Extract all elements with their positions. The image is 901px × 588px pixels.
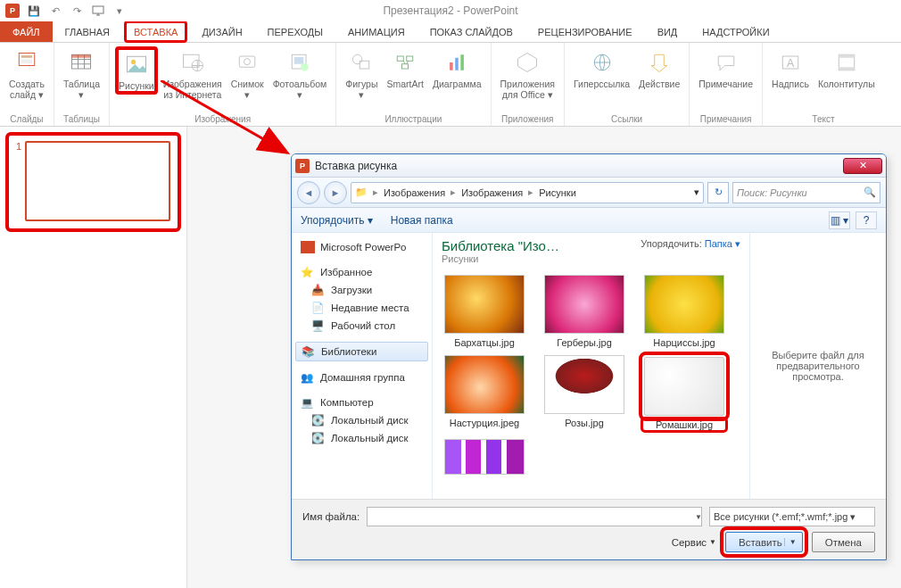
hyperlink-label: Гиперссылка <box>574 79 630 89</box>
comment-button[interactable]: Примечание <box>695 46 756 91</box>
screenshot-label: Снимок ▾ <box>231 79 264 100</box>
tree-desktop[interactable]: 🖥️ Рабочий стол <box>295 317 428 335</box>
file-thumbnail[interactable]: Розы.jpg <box>541 355 627 432</box>
tab-design[interactable]: ДИЗАЙН <box>189 21 254 42</box>
tree-libraries[interactable]: 📚 Библиотеки <box>295 342 428 361</box>
tab-file[interactable]: ФАЙЛ <box>0 21 53 42</box>
qat-customize-icon[interactable]: ▾ <box>111 2 128 20</box>
table-button[interactable]: Таблица ▾ <box>60 46 103 102</box>
thumbnail-caption: Бархатцы.jpg <box>442 337 527 348</box>
apps-button[interactable]: Приложения для Office ▾ <box>497 46 558 102</box>
tab-review[interactable]: РЕЦЕНЗИРОВАНИЕ <box>525 21 645 42</box>
dialog-body: Microsoft PowerPo ⭐ Избранное 📥 Загрузки… <box>292 233 886 499</box>
tree-ms-powerpoint[interactable]: Microsoft PowerPo <box>295 238 428 256</box>
tree-favorites[interactable]: ⭐ Избранное <box>295 263 428 281</box>
tools-button[interactable]: Сервис ▼ <box>672 537 716 548</box>
chevron-down-icon[interactable]: ▾ <box>694 186 699 198</box>
tree-label: Microsoft PowerPo <box>320 242 407 253</box>
online-pictures-button[interactable]: Изображения из Интернета <box>160 46 226 102</box>
cancel-label: Отмена <box>825 537 862 548</box>
preview-pane: Выберите файл для предварительного просм… <box>750 233 886 499</box>
tree-homegroup[interactable]: 👥 Домашняя группа <box>295 369 428 386</box>
slideshow-button[interactable] <box>89 2 107 20</box>
tree-downloads[interactable]: 📥 Загрузки <box>295 281 428 299</box>
filetype-filter[interactable]: Все рисунки (*.emf;*.wmf;*.jpg ▾ <box>709 507 875 526</box>
file-thumbnail[interactable]: Герберы.jpg <box>541 275 627 348</box>
svg-rect-2 <box>21 55 32 58</box>
dialog-footer: Имя файла: ▼ Все рисунки (*.emf;*.wmf;*.… <box>292 499 886 559</box>
apps-label: Приложения для Office ▾ <box>500 79 555 100</box>
arrange-value[interactable]: Папка ▾ <box>705 238 740 249</box>
shapes-button[interactable]: Фигуры ▾ <box>342 46 381 102</box>
tab-animations[interactable]: АНИМАЦИЯ <box>335 21 417 42</box>
pictures-button[interactable]: Рисунки <box>115 46 158 95</box>
tree-computer[interactable]: 💻 Компьютер <box>295 393 428 411</box>
close-button[interactable]: ✕ <box>843 158 882 174</box>
homegroup-icon: 👥 <box>301 371 315 384</box>
svg-rect-21 <box>455 58 459 70</box>
refresh-button[interactable]: ↻ <box>707 182 729 203</box>
arrange-control[interactable]: Упорядочить: Папка ▾ <box>641 238 740 250</box>
tree-disk-c[interactable]: 💽 Локальный диск <box>295 411 428 429</box>
organize-button[interactable]: Упорядочить ▾ <box>301 214 373 227</box>
undo-button[interactable]: ↶ <box>46 2 64 20</box>
album-button[interactable]: Фотоальбом ▾ <box>269 46 331 102</box>
library-title: Библиотека "Изо… <box>442 238 559 253</box>
file-thumbnail[interactable] <box>442 439 527 475</box>
search-input[interactable]: Поиск: Рисунки 🔍 <box>732 182 880 203</box>
quick-access-toolbar: 💾 ↶ ↷ ▾ <box>25 2 128 20</box>
screenshot-button[interactable]: Снимок ▾ <box>227 46 268 102</box>
tree-disk-d[interactable]: 💽 Локальный диск <box>295 429 428 447</box>
tree-recent[interactable]: 📄 Недавние места <box>295 299 428 317</box>
tab-transitions[interactable]: ПЕРЕХОДЫ <box>255 21 335 42</box>
insert-button[interactable]: Вставить <box>725 532 803 552</box>
group-comments-label: Примечания <box>695 112 756 124</box>
headerfooter-button[interactable]: Колонтитулы <box>814 46 879 91</box>
comment-icon <box>712 48 740 77</box>
breadcrumb-3[interactable]: Рисунки <box>539 187 576 198</box>
shapes-icon <box>347 48 376 77</box>
tab-slideshow[interactable]: ПОКАЗ СЛАЙДОВ <box>417 21 525 42</box>
svg-rect-22 <box>461 54 465 70</box>
pictures-label: Рисунки <box>119 80 154 91</box>
file-thumbnail[interactable]: Настурция.jpeg <box>442 355 527 432</box>
help-button[interactable]: ? <box>856 211 877 229</box>
tab-addins[interactable]: НАДСТРОЙКИ <box>690 21 781 42</box>
online-pictures-icon <box>178 48 207 77</box>
new-slide-button[interactable]: Создать слайд ▾ <box>5 46 48 102</box>
tree-label: Локальный диск <box>331 433 408 443</box>
slide-thumbnail-1[interactable]: 1 <box>5 132 181 232</box>
hyperlink-button[interactable]: Гиперссылка <box>570 46 633 91</box>
file-thumbnail[interactable]: Бархатцы.jpg <box>442 275 527 348</box>
view-button[interactable]: ▥ ▾ <box>829 211 850 229</box>
smartart-button[interactable]: SmartArt <box>383 46 426 91</box>
cancel-button[interactable]: Отмена <box>812 532 875 552</box>
svg-point-11 <box>244 59 251 65</box>
thumbnail-image <box>444 439 525 475</box>
file-thumbnail[interactable]: Нарциссы.jpg <box>641 275 727 348</box>
file-thumbnail[interactable]: Ромашки.jpg <box>641 355 727 432</box>
action-button[interactable]: Действие <box>635 46 683 91</box>
new-folder-button[interactable]: Новая папка <box>391 214 453 227</box>
breadcrumb[interactable]: 📁 ▸ Изображения ▸ Изображения ▸ Рисунки … <box>351 182 704 203</box>
chart-button[interactable]: Диаграмма <box>429 46 485 91</box>
textbox-button[interactable]: A Надпись <box>768 46 813 91</box>
filename-input[interactable] <box>367 507 702 526</box>
ribbon-tabs: ФАЙЛ ГЛАВНАЯ ВСТАВКА ДИЗАЙН ПЕРЕХОДЫ АНИ… <box>0 21 901 43</box>
filename-label: Имя файла: <box>302 511 360 522</box>
tab-view[interactable]: ВИД <box>645 21 690 42</box>
back-button[interactable]: ◄ <box>297 181 320 204</box>
table-icon <box>67 48 95 77</box>
dialog-titlebar: P Вставка рисунка ✕ <box>292 154 886 178</box>
save-button[interactable]: 💾 <box>25 2 43 20</box>
tab-home[interactable]: ГЛАВНАЯ <box>53 21 122 42</box>
chevron-down-icon[interactable]: ▼ <box>695 513 702 521</box>
screenshot-icon <box>233 48 261 77</box>
breadcrumb-1[interactable]: Изображения <box>384 187 445 198</box>
redo-button[interactable]: ↷ <box>68 2 86 20</box>
tab-insert[interactable]: ВСТАВКА <box>124 21 187 43</box>
forward-button[interactable]: ► <box>324 181 347 204</box>
breadcrumb-2[interactable]: Изображения <box>461 187 523 198</box>
tree-label: Избранное <box>320 267 372 277</box>
tree-label: Рабочий стол <box>331 320 395 331</box>
